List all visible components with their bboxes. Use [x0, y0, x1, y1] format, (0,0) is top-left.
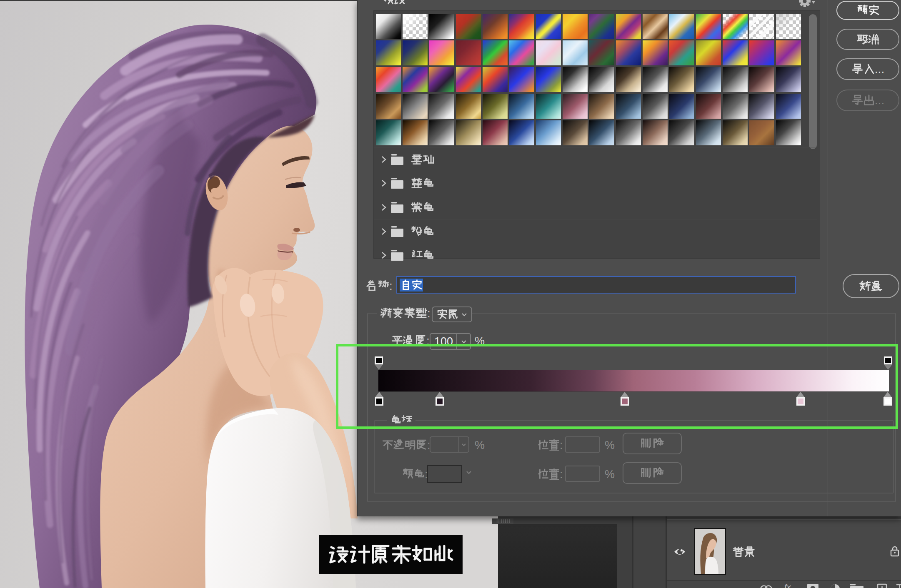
svg-text:fx: fx	[784, 583, 791, 588]
